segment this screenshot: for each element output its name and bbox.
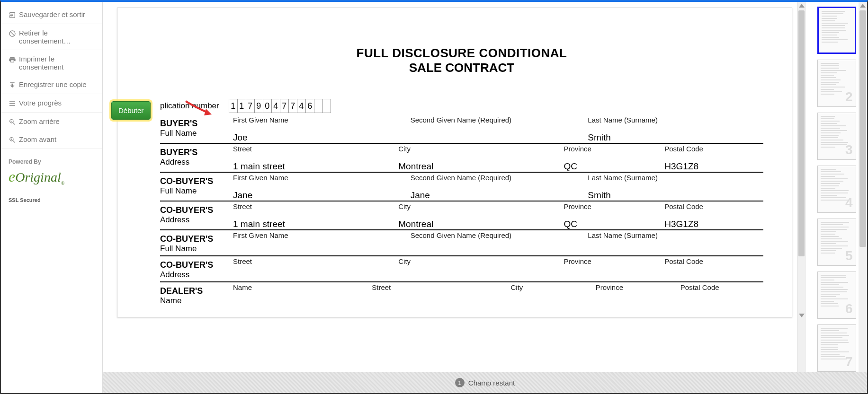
annotation-arrow-icon (183, 96, 216, 122)
sidebar-label: Sauvegarder et sortir (19, 10, 95, 18)
sidebar-progress[interactable]: Votre progrès (1, 94, 102, 113)
sidebar-save-exit[interactable]: Sauvegarder et sortir (1, 6, 102, 24)
sidebar-print-consent[interactable]: Imprimer le consentement (1, 50, 102, 76)
thumbnail-scrollbar[interactable] (859, 2, 867, 393)
doc-title-1: FULL DISCLOSURE CONDITIONAL (160, 46, 763, 61)
buyer-name-row: BUYER'SFull Name First Given NameJoe Sec… (160, 116, 763, 144)
thumbnail-page-2[interactable]: 2 (817, 60, 856, 107)
zoom-in-icon (9, 136, 16, 144)
thumbnail-panel: 234567 (805, 2, 867, 393)
document-viewer: Débuter FULL DISCLOSURE CONDITIONAL SALE… (103, 2, 867, 393)
sidebar-label: Enregistrer une copie (19, 80, 95, 88)
exit-icon (9, 11, 16, 19)
sidebar-label: Retirer le consentement… (19, 29, 95, 45)
thumbnail-page-1[interactable] (817, 7, 856, 54)
powered-by-label: Powered By (1, 149, 102, 168)
sidebar-label: Imprimer le consentement (19, 55, 95, 71)
scrollbar-thumb[interactable] (798, 10, 805, 256)
print-icon (9, 56, 16, 63)
ssl-secured-label: SSL Secured (1, 192, 102, 209)
zoom-out-icon (9, 118, 16, 126)
prohibit-icon (9, 30, 16, 37)
cobuyer-address-row: CO-BUYER'SAddress Street1 main street Ci… (160, 202, 763, 230)
application-number-row: plication number 1179047746 (160, 99, 763, 113)
cobuyer-name-row: CO-BUYER'SFull Name First Given NameJane… (160, 174, 763, 201)
document-scrollbar[interactable] (797, 2, 805, 393)
document-area: Débuter FULL DISCLOSURE CONDITIONAL SALE… (103, 2, 797, 393)
download-icon (9, 81, 16, 89)
remaining-label: Champ restant (468, 379, 515, 387)
remaining-count-badge: 1 (455, 378, 465, 387)
cobuyer2-address-row: CO-BUYER'SAddress Street City Province P… (160, 257, 763, 282)
document-page[interactable]: FULL DISCLOSURE CONDITIONAL SALE CONTRAC… (117, 8, 792, 317)
thumbnail-page-5[interactable]: 5 (817, 219, 856, 266)
dealer-row: DEALER'SName Name Street City Province P… (160, 283, 763, 307)
sidebar-save-copy[interactable]: Enregistrer une copie (1, 76, 102, 94)
thumbnail-page-6[interactable]: 6 (817, 271, 856, 319)
list-icon (9, 100, 16, 107)
cobuyer2-name-row: CO-BUYER'SFull Name First Given Name Sec… (160, 231, 763, 256)
start-button[interactable]: Débuter (111, 101, 151, 120)
thumbnail-page-3[interactable]: 3 (817, 113, 856, 160)
eoriginal-logo: eOriginal® (1, 168, 102, 192)
sidebar-label: Zoom arrière (19, 117, 95, 125)
sidebar-zoom-in[interactable]: Zoom avant (1, 131, 102, 149)
sidebar: Sauvegarder et sortir Retirer le consent… (1, 2, 103, 393)
application-number-value: 1179047746 (229, 99, 331, 113)
doc-title-2: SALE CONTRACT (160, 61, 763, 75)
buyer-address-row: BUYER'SAddress Street1 main street CityM… (160, 145, 763, 173)
thumbnail-page-4[interactable]: 4 (817, 166, 856, 213)
sidebar-label: Zoom avant (19, 135, 95, 143)
sidebar-zoom-out[interactable]: Zoom arrière (1, 113, 102, 131)
sidebar-withdraw-consent[interactable]: Retirer le consentement… (1, 24, 102, 50)
status-footer: 1 Champ restant (103, 372, 867, 393)
scrollbar-thumb[interactable] (859, 10, 866, 247)
thumbnail-page-7[interactable]: 7 (817, 324, 856, 372)
sidebar-label: Votre progrès (19, 99, 95, 107)
app-window: Sauvegarder et sortir Retirer le consent… (0, 0, 868, 394)
